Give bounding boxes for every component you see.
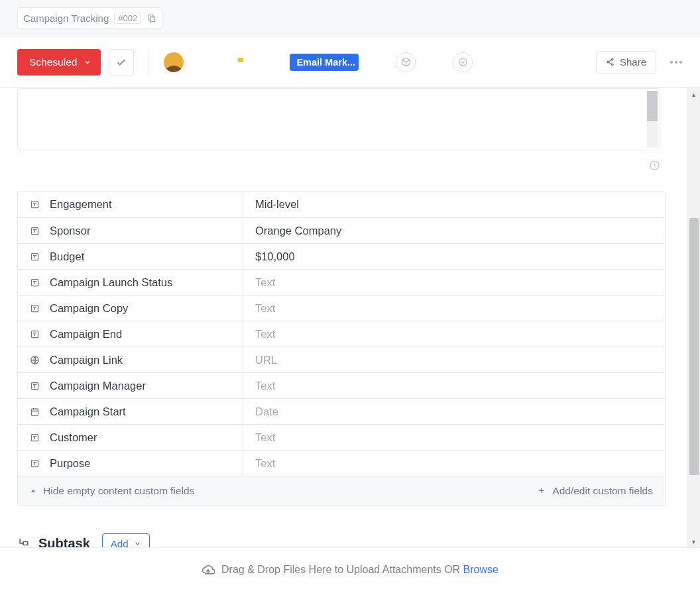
field-label-text: Budget bbox=[50, 250, 84, 263]
triangle-up-icon bbox=[30, 488, 36, 494]
cube-icon bbox=[401, 57, 411, 67]
field-placeholder-text: Text bbox=[255, 431, 275, 444]
description-box[interactable] bbox=[17, 88, 660, 150]
field-placeholder-text: URL bbox=[255, 354, 277, 366]
divider bbox=[148, 50, 149, 75]
field-type-text-icon bbox=[30, 278, 40, 288]
field-value-cell[interactable]: Text bbox=[243, 373, 665, 398]
sprint-placeholder[interactable] bbox=[396, 52, 416, 72]
priority-flag-icon[interactable] bbox=[235, 56, 247, 68]
field-type-text-icon bbox=[30, 226, 40, 236]
field-label-cell: Campaign Manager bbox=[18, 373, 243, 398]
status-label: Schesuled bbox=[29, 56, 77, 68]
field-value-cell[interactable]: Text bbox=[243, 451, 665, 476]
field-placeholder-text: Date bbox=[255, 405, 278, 418]
field-label-text: Engagement bbox=[50, 198, 112, 211]
breadcrumb-id: #002 bbox=[114, 13, 141, 24]
chevron-down-icon bbox=[84, 58, 91, 66]
field-label-text: Campaign Manager bbox=[50, 380, 146, 392]
attachment-drop-bar[interactable]: Drag & Drop Files Here to Upload Attachm… bbox=[0, 547, 700, 591]
field-row[interactable]: Campaign CopyText bbox=[18, 295, 665, 321]
breadcrumb-title: Campaign Tracking bbox=[23, 13, 109, 24]
field-type-text-icon bbox=[30, 433, 40, 443]
main-content: EngagementMid-levelSponsorOrange Company… bbox=[0, 88, 687, 547]
chevron-down-icon bbox=[134, 540, 141, 547]
estimate-placeholder[interactable] bbox=[453, 52, 473, 72]
dropbar-text: Drag & Drop Files Here to Upload Attachm… bbox=[221, 564, 498, 576]
popout-icon[interactable] bbox=[146, 13, 156, 23]
scroll-down-arrow[interactable]: ▾ bbox=[687, 535, 700, 547]
cloud-upload-icon bbox=[202, 563, 215, 576]
circle-chevron-icon bbox=[458, 57, 468, 67]
status-button[interactable]: Schesuled bbox=[17, 49, 101, 76]
tag-chip[interactable]: Email Mark... bbox=[290, 54, 359, 71]
field-value-cell[interactable]: Text bbox=[243, 296, 665, 321]
field-value-cell[interactable]: $10,000 bbox=[243, 244, 665, 269]
add-edit-fields-button[interactable]: Add/edit custom fields bbox=[537, 485, 653, 497]
field-value-cell[interactable]: Date bbox=[243, 399, 665, 424]
field-label-text: Campaign Copy bbox=[50, 302, 128, 315]
svg-rect-21 bbox=[23, 542, 28, 545]
page-scrollbar-thumb[interactable] bbox=[689, 218, 699, 475]
browse-link[interactable]: Browse bbox=[463, 564, 498, 575]
svg-point-8 bbox=[679, 61, 682, 64]
field-label-text: Campaign Link bbox=[50, 354, 123, 366]
field-row[interactable]: EngagementMid-level bbox=[18, 191, 665, 217]
add-subtask-button[interactable]: Add bbox=[102, 533, 150, 547]
share-label: Share bbox=[620, 56, 646, 68]
more-menu-button[interactable] bbox=[664, 54, 688, 70]
field-row[interactable]: Campaign StartDate bbox=[18, 398, 665, 424]
fields-footer: Hide empty content custom fieldsAdd/edit… bbox=[18, 476, 665, 505]
field-row[interactable]: Campaign LinkURL bbox=[18, 347, 665, 372]
field-row[interactable]: PurposeText bbox=[18, 450, 665, 476]
field-row[interactable]: SponsorOrange Company bbox=[18, 217, 665, 243]
field-label-cell: Budget bbox=[18, 244, 243, 269]
hide-empty-fields-button[interactable]: Hide empty content custom fields bbox=[30, 485, 194, 497]
inner-scrollbar-thumb[interactable] bbox=[647, 91, 658, 121]
field-label-cell: Campaign Launch Status bbox=[18, 270, 243, 295]
check-icon bbox=[115, 56, 127, 68]
field-type-text-icon bbox=[30, 381, 40, 391]
field-label-text: Campaign Launch Status bbox=[50, 276, 172, 289]
field-value-text: Mid-level bbox=[255, 198, 299, 211]
field-type-date-icon bbox=[30, 407, 40, 417]
field-value-cell[interactable]: Mid-level bbox=[243, 191, 665, 217]
toolbar: Schesuled Email Mark... bbox=[0, 36, 700, 88]
share-button[interactable]: Share bbox=[596, 51, 656, 74]
field-label-cell: Purpose bbox=[18, 451, 243, 476]
field-label-cell: Campaign Copy bbox=[18, 296, 243, 321]
field-label-text: Customer bbox=[50, 431, 97, 444]
activity-row bbox=[17, 150, 660, 191]
plus-icon bbox=[537, 486, 546, 495]
add-subtask-label: Add bbox=[111, 538, 129, 548]
field-value-cell[interactable]: Text bbox=[243, 270, 665, 295]
complete-button[interactable] bbox=[109, 49, 134, 76]
assignee-avatar[interactable] bbox=[164, 52, 184, 72]
field-row[interactable]: Campaign Launch StatusText bbox=[18, 269, 665, 295]
field-value-cell[interactable]: Text bbox=[243, 321, 665, 347]
clock-icon[interactable] bbox=[649, 160, 660, 171]
field-row[interactable]: Budget$10,000 bbox=[18, 243, 665, 269]
field-value-cell[interactable]: Text bbox=[243, 425, 665, 450]
field-type-text-icon bbox=[30, 199, 40, 209]
field-row[interactable]: Campaign ManagerText bbox=[18, 372, 665, 398]
field-placeholder-text: Text bbox=[255, 457, 275, 470]
scroll-up-arrow[interactable]: ▴ bbox=[687, 88, 700, 100]
field-label-cell: Engagement bbox=[18, 191, 243, 217]
field-type-text-icon bbox=[30, 252, 40, 262]
field-type-globe-icon bbox=[30, 355, 40, 365]
field-value-cell[interactable]: URL bbox=[243, 347, 665, 372]
svg-point-7 bbox=[675, 61, 677, 64]
field-value-cell[interactable]: Orange Company bbox=[243, 218, 665, 243]
field-row[interactable]: Campaign EndText bbox=[18, 321, 665, 347]
breadcrumb-chip[interactable]: Campaign Tracking #002 bbox=[17, 7, 162, 28]
inner-scrollbar[interactable] bbox=[647, 91, 658, 148]
custom-fields-table: EngagementMid-levelSponsorOrange Company… bbox=[17, 191, 666, 506]
svg-point-6 bbox=[670, 61, 673, 64]
field-row[interactable]: CustomerText bbox=[18, 424, 665, 450]
svg-point-2 bbox=[459, 58, 467, 66]
field-label-cell: Campaign End bbox=[18, 321, 243, 347]
page-scrollbar[interactable]: ▴ ▾ bbox=[687, 88, 700, 547]
tag-label: Email Mark... bbox=[296, 57, 355, 68]
field-label-text: Campaign End bbox=[50, 328, 122, 341]
